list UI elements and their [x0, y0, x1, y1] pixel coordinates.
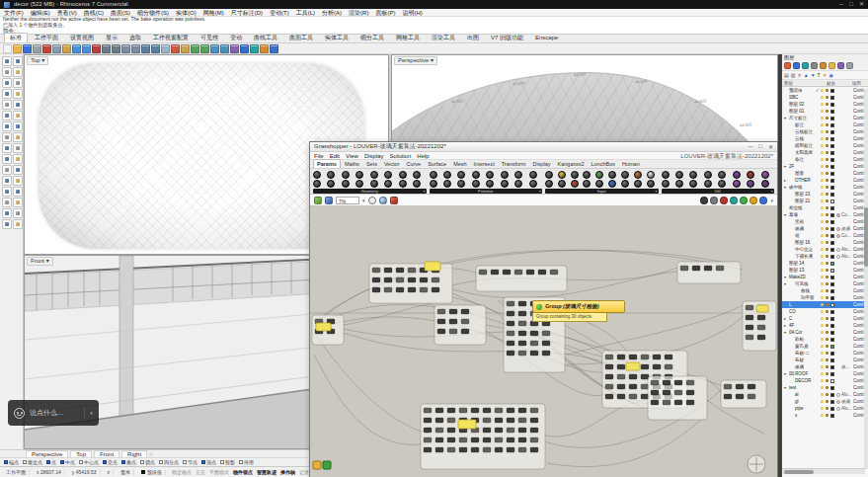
- side-tool-icon[interactable]: [2, 111, 12, 120]
- gh-menu-item[interactable]: Edit: [330, 152, 340, 159]
- layer-visibility-lamp-icon[interactable]: [821, 248, 824, 251]
- status-toggle[interactable]: 智慧轨迹: [255, 469, 278, 475]
- component-icon[interactable]: [384, 171, 392, 179]
- component-icon[interactable]: [761, 171, 769, 179]
- layer-row[interactable]: 窗孔肩 ✓ Conti: [782, 343, 868, 350]
- layer-row[interactable]: SBC ✓ Conti: [782, 94, 868, 101]
- panel-tab-icon[interactable]: [793, 62, 800, 69]
- layer-row[interactable]: 太阳高度 ✓ Conti: [782, 149, 868, 156]
- canvas-zoom-input[interactable]: 7%: [336, 197, 359, 204]
- layer-row[interactable]: 图层 13 ✓ Conti: [782, 267, 868, 274]
- component-icon[interactable]: [384, 180, 392, 188]
- layer-color-swatch[interactable]: [830, 386, 834, 390]
- side-tool-icon[interactable]: [13, 89, 23, 99]
- component-icon[interactable]: [718, 180, 726, 188]
- checkbox[interactable]: [121, 460, 125, 464]
- layer-color-swatch[interactable]: [830, 130, 834, 134]
- layer-row[interactable]: DECOR ✓ Conti: [782, 377, 868, 384]
- zoom-dropdown-arrow[interactable]: ▾: [362, 198, 365, 203]
- add-viewport-button[interactable]: ○: [149, 450, 153, 457]
- layer-lock-icon[interactable]: [826, 338, 829, 341]
- menu-item[interactable]: 曲面(S): [111, 9, 130, 16]
- layer-tool-icon[interactable]: ✕: [797, 72, 801, 78]
- layer-tool-icon[interactable]: T: [818, 72, 821, 78]
- component-icon[interactable]: [443, 171, 451, 179]
- layer-color-swatch[interactable]: [830, 407, 834, 411]
- layer-visibility-lamp-icon[interactable]: [821, 96, 824, 99]
- scrollbar-thumb[interactable]: [864, 207, 868, 267]
- viewport-top-label[interactable]: Top ▾: [27, 56, 48, 65]
- layer-visibility-lamp-icon[interactable]: [821, 331, 824, 334]
- layers-vertical-scrollbar[interactable]: [864, 89, 868, 469]
- column-name[interactable]: 图层: [782, 80, 827, 86]
- toolbar-icon[interactable]: [112, 44, 120, 53]
- checkbox[interactable]: [140, 460, 144, 464]
- component-icon[interactable]: [430, 180, 437, 188]
- osnap-toggle[interactable]: 垂点: [121, 459, 136, 465]
- layer-lock-icon[interactable]: [826, 324, 829, 327]
- component-icon[interactable]: [583, 171, 591, 179]
- toolbar-icon[interactable]: [230, 44, 239, 53]
- layer-row[interactable]: ▾ test ✓ Conti: [782, 384, 868, 391]
- layer-color-swatch[interactable]: [830, 110, 834, 114]
- toolbar-icon[interactable]: [141, 44, 150, 53]
- preview-eye-icon[interactable]: [379, 197, 387, 204]
- toolbar-icon[interactable]: [200, 44, 209, 53]
- layer-visibility-lamp-icon[interactable]: [821, 400, 824, 403]
- layer-row[interactable]: 标注 ✓ Conti: [782, 121, 868, 128]
- checkbox[interactable]: [201, 460, 205, 464]
- toolbar-tab[interactable]: 设置视图: [65, 34, 99, 42]
- component-icon[interactable]: [571, 171, 579, 179]
- layer-row[interactable]: gl ✓ 玻璃 Conti: [782, 398, 868, 405]
- layer-visibility-lamp-icon[interactable]: [821, 179, 824, 182]
- layer-color-swatch[interactable]: [830, 151, 834, 155]
- component-icon[interactable]: [718, 171, 726, 179]
- layer-color-swatch[interactable]: [830, 296, 834, 300]
- toolbar-tab[interactable]: V7 旧版功能: [486, 34, 528, 42]
- layer-lock-icon[interactable]: [826, 110, 829, 113]
- side-tool-icon[interactable]: [13, 132, 23, 142]
- layer-row[interactable]: ▾ 2F ✓ Conti: [782, 163, 868, 170]
- toolbar-tab[interactable]: 曲面工具: [284, 34, 318, 42]
- component-icon[interactable]: [675, 171, 683, 179]
- layer-row[interactable]: 屋面 ✓ Conti: [782, 170, 868, 177]
- layer-visibility-lamp-icon[interactable]: [821, 165, 824, 168]
- layer-visibility-lamp-icon[interactable]: [821, 151, 824, 154]
- toolbar-icon[interactable]: [260, 44, 269, 53]
- panel-tab-icon[interactable]: [802, 62, 809, 69]
- preview-dropdown-arrow[interactable]: ▾: [770, 198, 773, 203]
- layer-visibility-lamp-icon[interactable]: [821, 379, 824, 382]
- layer-color-swatch[interactable]: [830, 352, 834, 356]
- chat-input-placeholder[interactable]: 说点什么...: [30, 408, 79, 418]
- gh-category-tab[interactable]: Curve: [403, 160, 424, 169]
- material-dot[interactable]: [836, 407, 840, 411]
- side-tool-icon[interactable]: [13, 111, 23, 120]
- status-toggle[interactable]: 物件锁点: [231, 469, 255, 475]
- component-icon[interactable]: [634, 180, 642, 188]
- osnap-toggle[interactable]: 顶点: [201, 459, 216, 465]
- layer-row[interactable]: CO ✓ Conti: [782, 308, 868, 315]
- osnap-toggle[interactable]: 中点: [60, 459, 75, 465]
- menu-item[interactable]: 渲染(R): [349, 9, 368, 16]
- layer-lock-icon[interactable]: [826, 117, 829, 119]
- gh-category-tab[interactable]: LunchBox: [589, 160, 618, 169]
- layer-color-swatch[interactable]: [830, 123, 834, 127]
- layer-row[interactable]: ▾ Make2D ✓ Conti: [782, 274, 868, 280]
- checkbox[interactable]: [4, 460, 8, 464]
- layer-color-swatch[interactable]: [830, 117, 834, 120]
- toolbar-tab[interactable]: 标准: [4, 33, 28, 42]
- gh-category-tab[interactable]: Params: [313, 159, 341, 169]
- component-icon[interactable]: [355, 171, 363, 179]
- checkbox[interactable]: [103, 460, 107, 464]
- side-tool-icon[interactable]: [13, 100, 23, 110]
- layer-lock-icon[interactable]: [826, 303, 829, 306]
- component-icon[interactable]: [399, 180, 407, 188]
- layer-row[interactable]: 图层 21 ✓ Conti: [782, 198, 868, 204]
- side-tool-icon[interactable]: [2, 100, 12, 110]
- menu-item[interactable]: 工具(L): [296, 9, 315, 16]
- layer-row[interactable]: ▾ 玻中线 ✓ Conti: [782, 184, 868, 191]
- layer-lock-icon[interactable]: [826, 358, 829, 361]
- side-tool-icon[interactable]: [13, 143, 23, 153]
- layer-lock-icon[interactable]: [826, 213, 829, 216]
- status-toggle[interactable]: 平面模式: [207, 469, 231, 475]
